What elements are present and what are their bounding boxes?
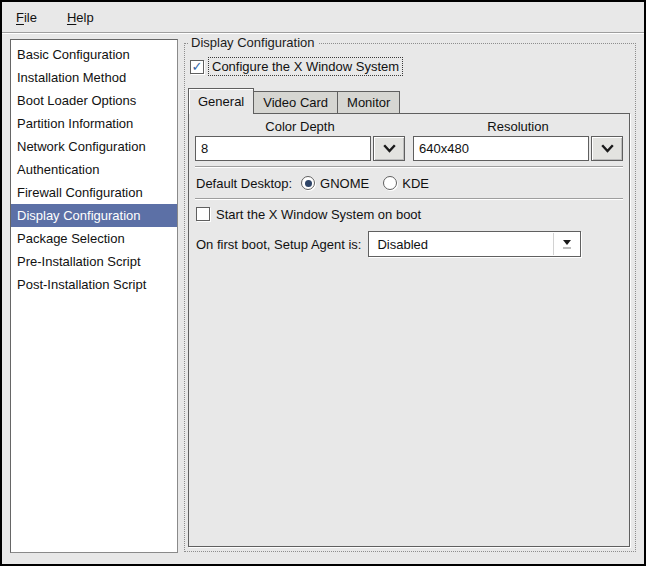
sidebar-item-boot-loader-options[interactable]: Boot Loader Options bbox=[11, 89, 177, 112]
tab-video-card[interactable]: Video Card bbox=[254, 91, 338, 113]
sidebar-item-basic-configuration[interactable]: Basic Configuration bbox=[11, 43, 177, 66]
chevron-down-icon bbox=[601, 144, 614, 153]
sidebar-item-authentication[interactable]: Authentication bbox=[11, 158, 177, 181]
tab-monitor[interactable]: Monitor bbox=[338, 91, 400, 113]
start-x-checkbox-row[interactable]: Start the X Window System on boot bbox=[195, 205, 623, 223]
resolution-label: Resolution bbox=[413, 118, 623, 136]
main-area: Basic Configuration Installation Method … bbox=[2, 35, 644, 564]
configure-x-checkbox-row[interactable]: ✓ Configure the X Window System bbox=[190, 57, 402, 76]
kde-radio-label[interactable]: KDE bbox=[402, 176, 429, 191]
resolution-dropdown-button[interactable] bbox=[591, 136, 623, 161]
sidebar-item-installation-method[interactable]: Installation Method bbox=[11, 66, 177, 89]
sidebar-item-firewall-configuration[interactable]: Firewall Configuration bbox=[11, 181, 177, 204]
tab-page-general: Color Depth Resolution bbox=[188, 113, 630, 547]
sidebar-item-network-configuration[interactable]: Network Configuration bbox=[11, 135, 177, 158]
start-x-checkbox[interactable] bbox=[196, 207, 210, 221]
color-depth-label: Color Depth bbox=[195, 118, 405, 136]
default-desktop-radio-group: GNOME KDE bbox=[301, 176, 429, 191]
sidebar-item-pre-installation-script[interactable]: Pre-Installation Script bbox=[11, 250, 177, 273]
tab-general[interactable]: General bbox=[188, 88, 254, 114]
dropdown-dash-icon bbox=[563, 247, 571, 249]
check-icon: ✓ bbox=[192, 62, 203, 72]
dropdown-indicator bbox=[553, 233, 580, 255]
color-depth-input[interactable] bbox=[195, 136, 371, 161]
sidebar-list: Basic Configuration Installation Method … bbox=[10, 39, 178, 553]
sidebar-item-display-configuration[interactable]: Display Configuration bbox=[11, 204, 177, 227]
chevron-down-icon bbox=[383, 144, 396, 153]
kde-radio[interactable] bbox=[383, 176, 397, 190]
frame-title: Display Configuration bbox=[188, 35, 318, 50]
sidebar-item-post-installation-script[interactable]: Post-Installation Script bbox=[11, 273, 177, 296]
sidebar-item-partition-information[interactable]: Partition Information bbox=[11, 112, 177, 135]
separator bbox=[195, 198, 623, 200]
setup-agent-row: On first boot, Setup Agent is: Disabled bbox=[195, 231, 623, 257]
default-desktop-row: Default Desktop: GNOME KDE bbox=[195, 173, 623, 193]
kde-radio-option[interactable]: KDE bbox=[383, 176, 429, 191]
combo-row: Color Depth Resolution bbox=[195, 118, 623, 161]
sidebar-item-package-selection[interactable]: Package Selection bbox=[11, 227, 177, 250]
gnome-radio[interactable] bbox=[301, 176, 315, 190]
display-configuration-frame: Display Configuration ✓ Configure the X … bbox=[184, 43, 636, 552]
color-depth-dropdown-button[interactable] bbox=[373, 136, 405, 161]
default-desktop-label: Default Desktop: bbox=[196, 176, 292, 191]
notebook: General Video Card Monitor Color Depth bbox=[188, 87, 630, 547]
setup-agent-label: On first boot, Setup Agent is: bbox=[196, 237, 361, 252]
gnome-radio-label[interactable]: GNOME bbox=[320, 176, 369, 191]
color-depth-combo bbox=[195, 136, 405, 161]
gnome-radio-option[interactable]: GNOME bbox=[301, 176, 369, 191]
kickstart-configurator-window: File Help Basic Configuration Installati… bbox=[0, 0, 646, 566]
separator bbox=[195, 166, 623, 168]
tab-bar: General Video Card Monitor bbox=[188, 87, 630, 113]
menubar: File Help bbox=[2, 2, 644, 33]
start-x-checkbox-label[interactable]: Start the X Window System on boot bbox=[216, 207, 421, 222]
menu-file[interactable]: File bbox=[14, 8, 39, 27]
setup-agent-dropdown[interactable]: Disabled bbox=[368, 231, 581, 257]
configure-x-checkbox[interactable]: ✓ bbox=[190, 60, 204, 74]
resolution-input[interactable] bbox=[413, 136, 589, 161]
radio-dot-icon bbox=[305, 180, 312, 187]
configure-x-checkbox-label[interactable]: Configure the X Window System bbox=[209, 58, 402, 75]
resolution-combo bbox=[413, 136, 623, 161]
setup-agent-value: Disabled bbox=[377, 237, 428, 252]
menu-help[interactable]: Help bbox=[65, 8, 96, 27]
arrow-down-icon bbox=[563, 240, 571, 245]
